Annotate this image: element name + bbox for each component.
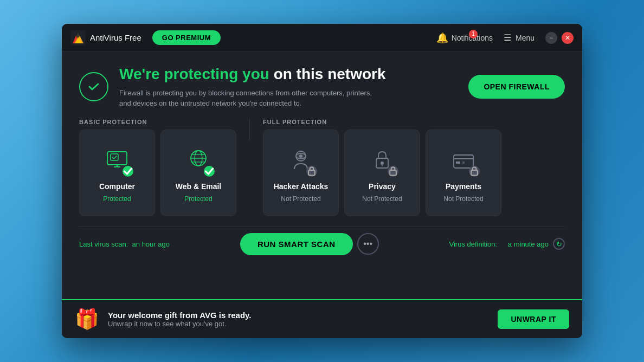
- header-title: We're protecting you on this network: [119, 65, 458, 83]
- check-badge-icon: [123, 157, 133, 185]
- privacy-badge: [388, 166, 398, 177]
- svg-point-19: [381, 161, 384, 165]
- protection-section: BASIC PROTECTION: [79, 119, 565, 216]
- privacy-card-status: Not Protected: [362, 195, 402, 203]
- computer-card-status: Protected: [103, 195, 131, 203]
- bottom-bar: Last virus scan: an hour ago RUN SMART S…: [79, 226, 565, 255]
- last-scan-info: Last virus scan: an hour ago: [79, 240, 170, 248]
- payments-icon-wrap: [446, 143, 481, 178]
- lock-badge-icon3: [469, 157, 480, 185]
- gift-title: Your welcome gift from AVG is ready.: [108, 311, 489, 320]
- logo-area: AntiVirus Free: [70, 30, 141, 46]
- hacker-card-status: Not Protected: [281, 195, 320, 203]
- section-divider: [249, 119, 250, 140]
- avg-logo-icon: [70, 30, 86, 46]
- payments-card[interactable]: Payments Not Protected: [426, 130, 501, 216]
- web-email-icon-wrap: [181, 143, 216, 178]
- notification-badge: 1: [469, 30, 478, 38]
- hacker-badge: [306, 166, 317, 177]
- computer-icon-wrap: [100, 143, 134, 178]
- computer-card[interactable]: Computer Protected: [79, 130, 155, 216]
- more-options-button[interactable]: •••: [357, 233, 379, 255]
- header-title-white: on this network: [274, 66, 386, 82]
- virus-def-label: Virus definition:: [449, 240, 498, 248]
- header-text: We're protecting you on this network Fir…: [119, 65, 458, 109]
- lock-badge-icon2: [388, 157, 398, 185]
- svg-rect-25: [462, 161, 465, 164]
- web-email-card[interactable]: Web & Email Protected: [160, 130, 236, 216]
- unwrap-button[interactable]: UNWRAP IT: [498, 309, 569, 329]
- title-bar-right: 🔔 1 Notifications ☰ Menu − ✕: [436, 32, 574, 44]
- menu-button[interactable]: ☰ Menu: [504, 33, 534, 43]
- basic-protection-group: BASIC PROTECTION: [79, 119, 236, 216]
- menu-label: Menu: [516, 34, 534, 42]
- check-badge-icon2: [204, 157, 215, 185]
- svg-rect-24: [456, 161, 460, 164]
- notifications-button[interactable]: 🔔 1 Notifications: [436, 32, 493, 44]
- title-bar: AntiVirus Free GO PREMIUM 🔔 1 Notificati…: [62, 24, 582, 52]
- privacy-icon-wrap: [365, 143, 400, 178]
- close-button[interactable]: ✕: [562, 32, 574, 44]
- gift-subtitle: Unwrap it now to see what you've got.: [108, 320, 489, 328]
- gift-text: Your welcome gift from AVG is ready. Unw…: [108, 311, 489, 328]
- full-protection-group: FULL PROTECTION: [263, 119, 501, 216]
- privacy-card[interactable]: Privacy Not Protected: [344, 130, 420, 216]
- computer-badge: [123, 166, 133, 177]
- basic-protection-label: BASIC PROTECTION: [79, 119, 236, 125]
- main-content: We're protecting you on this network Fir…: [62, 52, 582, 299]
- last-scan-time: an hour ago: [132, 240, 170, 248]
- web-email-card-status: Protected: [184, 195, 212, 203]
- virus-def-time: a minute ago: [508, 240, 549, 248]
- svg-point-16: [299, 154, 302, 158]
- run-smart-scan-button[interactable]: RUN SMART SCAN: [240, 233, 353, 255]
- svg-rect-17: [308, 170, 315, 175]
- payments-badge: [469, 166, 480, 177]
- web-email-badge: [204, 166, 215, 177]
- hacker-card-label: Hacker Attacks: [274, 182, 329, 191]
- payments-card-status: Not Protected: [443, 195, 483, 203]
- refresh-button[interactable]: ↻: [553, 238, 565, 250]
- svg-rect-26: [471, 170, 478, 175]
- full-protection-label: FULL PROTECTION: [263, 119, 501, 125]
- window-controls: − ✕: [545, 32, 574, 44]
- header-section: We're protecting you on this network Fir…: [79, 65, 565, 109]
- svg-rect-8: [111, 154, 118, 160]
- open-firewall-button[interactable]: OPEN FIREWALL: [468, 75, 565, 99]
- go-premium-button[interactable]: GO PREMIUM: [152, 30, 221, 45]
- gift-icon: 🎁: [75, 308, 99, 331]
- minimize-button[interactable]: −: [545, 32, 557, 44]
- full-cards-row: Hacker Attacks Not Protected: [263, 130, 501, 216]
- refresh-icon-symbol: ↻: [556, 240, 562, 248]
- gift-banner: 🎁 Your welcome gift from AVG is ready. U…: [62, 299, 582, 338]
- lock-badge-icon: [306, 157, 317, 185]
- hacker-icon-wrap: [284, 143, 318, 178]
- app-name: AntiVirus Free: [90, 33, 141, 42]
- header-subtitle: Firewall is protecting you by blocking c…: [119, 88, 379, 109]
- ellipsis-icon: •••: [363, 239, 372, 249]
- last-scan-label: Last virus scan:: [79, 240, 128, 248]
- scan-buttons: RUN SMART SCAN •••: [240, 233, 379, 255]
- svg-rect-21: [390, 170, 396, 175]
- app-window: AntiVirus Free GO PREMIUM 🔔 1 Notificati…: [62, 24, 582, 338]
- virus-definition-info: Virus definition: a minute ago ↻: [449, 238, 565, 250]
- checkmark-icon: [87, 80, 101, 94]
- basic-cards-row: Computer Protected: [79, 130, 236, 216]
- status-check-circle: [79, 72, 108, 101]
- hacker-attacks-card[interactable]: Hacker Attacks Not Protected: [263, 130, 339, 216]
- hamburger-icon: ☰: [504, 33, 511, 43]
- bell-icon: 🔔: [436, 32, 448, 44]
- header-title-green: We're protecting you: [119, 66, 269, 82]
